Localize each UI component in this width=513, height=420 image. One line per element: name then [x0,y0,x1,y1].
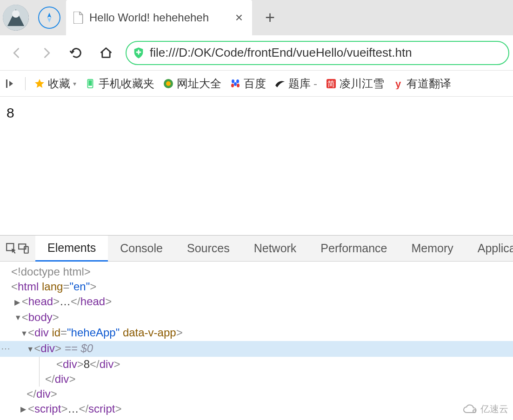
bookmark-360dir[interactable]: 网址大全 [163,76,221,91]
svg-point-10 [237,84,240,87]
url-bar[interactable]: file:///D:/OK/Code/frontEnd/vueHello/vue… [126,41,509,65]
attr: lang [42,280,63,293]
chevron-down-icon: ▾ [73,80,76,87]
doctype-text: <!doctype html> [11,265,91,278]
devtools-elements-tree[interactable]: <!doctype html> <html lang="en"> ▶<head>… [0,262,513,420]
swoosh-icon [274,78,286,89]
selection-marker: == $0 [61,342,93,354]
svg-text:简: 简 [327,80,335,88]
back-button[interactable] [4,40,30,66]
svg-point-7 [232,79,234,83]
tag: div [36,387,51,400]
device-toggle-icon[interactable] [18,238,30,259]
star-icon [34,78,45,89]
svg-rect-2 [6,79,7,88]
tab-label: Performance [320,242,387,255]
dom-line[interactable]: <div>8</div> [39,357,513,372]
devtools-panel: Elements Console Sources Network Perform… [0,235,513,420]
dom-line[interactable]: </div> [0,387,513,401]
svg-point-18 [473,410,476,413]
home-button[interactable] [93,40,119,66]
bookmark-baidu[interactable]: 百度 [230,76,266,91]
bookmark-mobile-fav[interactable]: 手机收藏夹 [85,76,154,91]
bookmark-label: 凌川江雪 [340,76,384,91]
inspect-icon[interactable] [6,238,18,259]
svg-rect-4 [88,80,92,85]
dom-line[interactable]: ▼<body> [0,310,513,326]
page-content: 8 [0,97,513,235]
bookmark-youdao[interactable]: y 有道翻译 [393,76,451,91]
dom-line[interactable]: <html lang="en"> [0,279,513,294]
bookmark-label: 网址大全 [177,76,221,91]
svg-point-1 [12,10,20,18]
svg-text:y: y [395,78,401,89]
svg-point-6 [166,81,171,86]
bookmark-label: 收藏 [48,76,70,91]
dom-line[interactable]: ▼<div id="heheApp" data-v-app> [0,325,513,341]
devtools-tabs: Elements Console Sources Network Perform… [0,236,513,262]
tab-sources[interactable]: Sources [175,236,242,262]
ellipsis: … [67,402,79,415]
tab-application[interactable]: Applicat [466,236,513,262]
file-icon [73,12,84,24]
dom-line[interactable]: ▶<head>…</head> [0,294,513,310]
val: "en" [69,280,90,293]
tag: div [34,326,49,339]
bookmark-label: 有道翻译 [406,76,451,91]
tag: body [28,311,53,323]
tab-memory[interactable]: Memory [399,236,465,262]
tab-label: Sources [187,242,230,255]
bookmark-suffix: - [313,77,317,90]
reload-button[interactable] [63,40,89,66]
tab-elements[interactable]: Elements [35,236,108,262]
compass-icon[interactable] [38,7,60,29]
browser-tab[interactable]: Hello World! heheheheh × [66,0,252,35]
dom-line[interactable]: </div> [39,372,513,387]
tag: script [34,402,61,415]
bookmark-label: 手机收藏夹 [99,76,154,91]
tab-console[interactable]: Console [108,236,175,262]
collapse-arrow-icon[interactable]: ▼ [27,342,34,357]
dom-line[interactable]: <!doctype html> [0,264,513,279]
tag: div [63,358,77,370]
tab-label: Console [120,242,163,255]
youdao-icon: y [393,78,404,89]
tag: div [55,373,69,385]
url-text: file:///D:/OK/Code/frontEnd/vueHello/vue… [150,46,412,60]
tab-label: Applicat [478,242,513,255]
ball-360-icon [163,78,174,89]
svg-point-8 [236,79,239,83]
watermark: 亿速云 [463,403,508,415]
ellipsis: … [60,295,71,308]
collapse-arrow-icon[interactable]: ▼ [14,310,22,325]
dom-line-selected[interactable]: ▼<div> == $0 [0,341,513,357]
bookmark-tiku[interactable]: 题库 - [274,76,317,91]
collapse-arrow-icon[interactable]: ▼ [20,326,28,341]
tag: head [80,295,105,308]
new-tab-button[interactable]: + [265,8,275,27]
shield-icon [132,46,145,59]
svg-point-9 [231,84,234,87]
rendered-value: 8 [7,105,14,120]
svg-point-11 [234,82,237,86]
browser-nav-bar: file:///D:/OK/Code/frontEnd/vueHello/vue… [0,35,513,71]
expand-arrow-icon[interactable]: ▶ [14,295,22,310]
bookmark-label: 题库 [288,76,311,91]
bookmark-lingchuan[interactable]: 简 凌川江雪 [326,76,384,91]
bookmark-bar: 收藏 ▾ 手机收藏夹 网址大全 百度 题库 - 简 凌川江雪 y 有道翻译 [0,71,513,97]
tab-label: Memory [411,242,453,255]
dom-line[interactable]: ▶<script>…</script> [0,401,513,417]
tab-performance[interactable]: Performance [308,236,399,262]
close-icon[interactable]: × [233,10,245,25]
tag: div [100,358,114,370]
tab-network[interactable]: Network [242,236,309,262]
bookmark-favorites[interactable]: 收藏 ▾ [34,76,76,91]
tag: head [28,295,53,308]
forward-button[interactable] [33,40,60,66]
sidebar-toggle[interactable] [6,78,17,89]
tag: script [88,402,115,415]
baidu-icon [230,78,241,89]
attr: data-v-app [123,326,176,339]
expand-arrow-icon[interactable]: ▶ [20,402,28,417]
profile-avatar[interactable] [3,5,29,31]
